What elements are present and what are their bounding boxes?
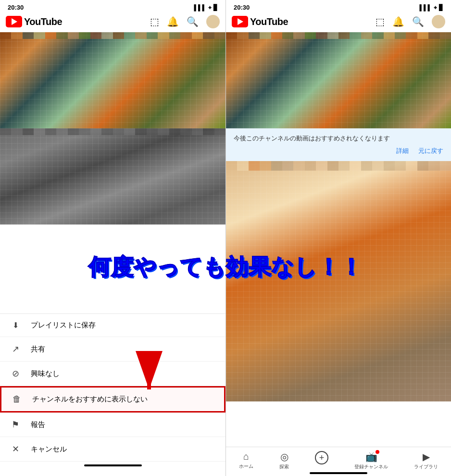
subscriptions-badge-wrapper: 📺 bbox=[365, 451, 377, 463]
subscriptions-badge-dot bbox=[376, 450, 379, 454]
save-label: プレイリストに保存 bbox=[31, 321, 96, 330]
thumb-top-left bbox=[0, 32, 226, 128]
phone-right: 20:30 ▌▌▌ ⌖ ▊ YouTube ⬚ 🔔 🔍 bbox=[226, 0, 451, 476]
nav-subscriptions[interactable]: 📺 登録チャンネル bbox=[354, 451, 388, 470]
yt-header-left: YouTube ⬚ 🔔 🔍 bbox=[0, 13, 226, 32]
nav-home[interactable]: ⌂ ホーム bbox=[239, 451, 253, 470]
menu-item-hide-channel[interactable]: 🗑 チャンネルをおすすめに表示しない bbox=[0, 386, 226, 413]
save-icon: ⬇ bbox=[10, 321, 21, 330]
status-icons-left: ▌▌▌ ⌖ ▊ bbox=[194, 4, 218, 11]
bottom-nav-right: ⌂ ホーム ◎ 探索 + 📺 登録チャンネル ▶ ライブラリ bbox=[226, 447, 451, 476]
phone-left: 20:30 ▌▌▌ ⌖ ▊ YouTube ⬚ 🔔 🔍 bbox=[0, 0, 226, 476]
bell-icon-right[interactable]: 🔔 bbox=[392, 16, 404, 27]
yt-header-icons-right: ⬚ 🔔 🔍 bbox=[376, 15, 445, 28]
menu-item-not-interested[interactable]: ⊘ 興味なし bbox=[0, 362, 226, 386]
report-icon: ⚑ bbox=[10, 419, 21, 430]
menu-item-cancel[interactable]: ✕ キャンセル bbox=[0, 437, 226, 462]
wifi-icon-left: ⌖ bbox=[208, 4, 212, 11]
library-nav-label: ライブラリ bbox=[414, 463, 438, 470]
red-arrow-left bbox=[130, 351, 188, 399]
thumb-bot-right bbox=[226, 161, 451, 401]
subscriptions-nav-label: 登録チャンネル bbox=[354, 463, 388, 470]
wifi-icon-right: ⌖ bbox=[434, 4, 437, 11]
menu-item-share[interactable]: ↗ 共有 bbox=[0, 337, 226, 362]
yt-logo-right: YouTube bbox=[232, 16, 288, 27]
yt-header-icons-left: ⬚ 🔔 🔍 bbox=[150, 15, 220, 28]
main-container: 20:30 ▌▌▌ ⌖ ▊ YouTube ⬚ 🔔 🔍 bbox=[0, 0, 451, 476]
notification-banner: 今後このチャンネルの動画はおすすめされなくなります 詳細 元に戻す bbox=[226, 128, 451, 161]
cast-icon-right[interactable]: ⬚ bbox=[376, 16, 385, 27]
library-nav-icon: ▶ bbox=[423, 451, 430, 463]
battery-icon-right: ▊ bbox=[439, 4, 443, 11]
nav-add[interactable]: + bbox=[315, 451, 328, 470]
add-nav-icon: + bbox=[315, 451, 328, 464]
cancel-icon: ✕ bbox=[10, 444, 21, 454]
detail-button[interactable]: 詳細 bbox=[396, 147, 409, 155]
yt-play-triangle-left bbox=[12, 18, 17, 25]
report-label: 報告 bbox=[31, 420, 45, 429]
avatar-left[interactable] bbox=[206, 15, 220, 28]
signal-icon-right: ▌▌▌ bbox=[419, 4, 432, 11]
status-bar-right: 20:30 ▌▌▌ ⌖ ▊ bbox=[226, 0, 451, 13]
not-interested-label: 興味なし bbox=[31, 369, 60, 378]
yt-logo-icon-right bbox=[232, 16, 248, 27]
home-bar-left bbox=[84, 464, 142, 466]
status-bar-left: 20:30 ▌▌▌ ⌖ ▊ bbox=[0, 0, 226, 13]
avatar-right[interactable] bbox=[432, 15, 445, 28]
cancel-label: キャンセル bbox=[31, 445, 67, 454]
home-bar-right bbox=[310, 472, 367, 474]
not-interested-icon: ⊘ bbox=[10, 368, 21, 379]
notification-text: 今後このチャンネルの動画はおすすめされなくなります bbox=[234, 134, 443, 143]
search-icon-right[interactable]: 🔍 bbox=[412, 16, 424, 27]
explore-nav-label: 探索 bbox=[279, 463, 289, 470]
menu-item-report[interactable]: ⚑ 報告 bbox=[0, 413, 226, 437]
search-icon-left[interactable]: 🔍 bbox=[187, 16, 199, 27]
time-left: 20:30 bbox=[8, 4, 24, 11]
home-nav-icon: ⌂ bbox=[243, 451, 249, 462]
bell-icon-left[interactable]: 🔔 bbox=[167, 16, 179, 27]
share-icon: ↗ bbox=[10, 344, 21, 354]
hide-channel-icon: 🗑 bbox=[11, 394, 23, 404]
thumb-top-right bbox=[226, 32, 451, 128]
share-label: 共有 bbox=[31, 345, 45, 354]
time-right: 20:30 bbox=[234, 4, 250, 11]
explore-nav-icon: ◎ bbox=[280, 451, 288, 463]
undo-button[interactable]: 元に戻す bbox=[418, 147, 443, 155]
nav-library[interactable]: ▶ ライブラリ bbox=[414, 451, 438, 470]
home-nav-label: ホーム bbox=[239, 463, 253, 470]
yt-logo-text-right: YouTube bbox=[250, 16, 288, 27]
status-icons-right: ▌▌▌ ⌖ ▊ bbox=[419, 4, 443, 11]
nav-explore[interactable]: ◎ 探索 bbox=[279, 451, 289, 470]
thumb-mid-left bbox=[0, 128, 226, 225]
context-menu-left: ⬇ プレイリストに保存 ↗ 共有 ⊘ 興味なし 🗑 チャンネルをおすすめに表示し… bbox=[0, 313, 226, 476]
battery-icon-left: ▊ bbox=[213, 4, 218, 11]
yt-logo-icon-left bbox=[6, 16, 22, 27]
yt-logo-text-left: YouTube bbox=[24, 16, 62, 27]
signal-icon-left: ▌▌▌ bbox=[194, 4, 206, 11]
yt-header-right: YouTube ⬚ 🔔 🔍 bbox=[226, 13, 451, 32]
notification-actions: 詳細 元に戻す bbox=[234, 147, 443, 155]
yt-logo-left: YouTube bbox=[6, 16, 62, 27]
cast-icon-left[interactable]: ⬚ bbox=[150, 16, 159, 27]
yt-play-triangle-right bbox=[238, 18, 243, 25]
menu-item-save[interactable]: ⬇ プレイリストに保存 bbox=[0, 314, 226, 337]
